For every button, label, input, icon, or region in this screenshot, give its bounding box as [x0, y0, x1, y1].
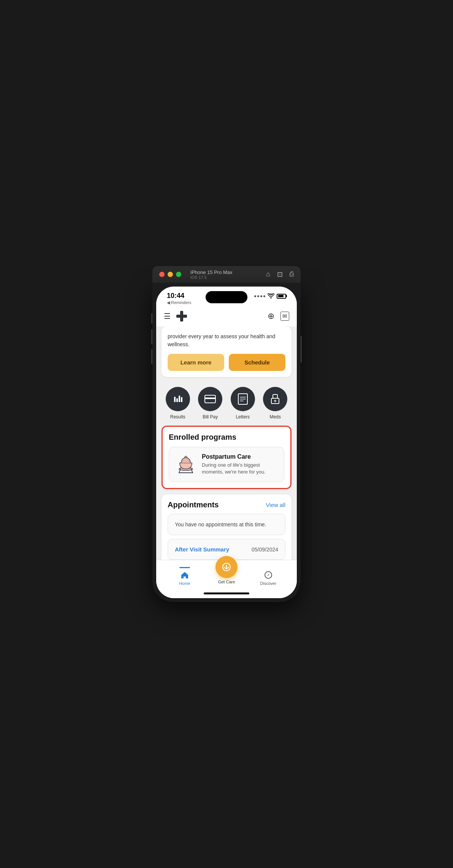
program-info: Postpartum Care During one of life's big… — [202, 453, 278, 475]
letters-action[interactable]: Letters — [231, 387, 255, 420]
get-care-label: Get Care — [218, 580, 235, 584]
svg-rect-8 — [205, 398, 215, 399]
status-bar: 10:44 ◀ Reminders — [156, 287, 297, 307]
letters-label: Letters — [236, 414, 250, 420]
app-nav-bar: ☰ ⊕ ✉ — [156, 307, 297, 326]
mail-icon[interactable]: ✉ — [280, 312, 289, 321]
device-name: iPhone 15 Pro Max — [190, 269, 233, 275]
wellness-card: provider every year to assess your healt… — [162, 326, 291, 377]
signal-dot-4 — [263, 295, 265, 297]
signal-dot-1 — [254, 295, 256, 297]
status-left: 10:44 ◀ Reminders — [167, 292, 191, 305]
signal-indicator — [254, 295, 265, 297]
tab-bar: Home Get Care — [156, 560, 297, 591]
discover-icon — [264, 570, 273, 580]
meds-label: Meds — [270, 414, 281, 420]
appointments-title: Appointments — [168, 501, 219, 509]
device-info: iPhone 15 Pro Max iOS 17.5 — [190, 269, 233, 280]
power-button[interactable] — [301, 336, 302, 363]
nav-left: ☰ — [164, 309, 189, 323]
view-all-link[interactable]: View all — [266, 502, 285, 508]
phone-screen: 10:44 ◀ Reminders — [156, 287, 297, 598]
svg-rect-3 — [174, 397, 176, 402]
home-indicator-bar — [156, 591, 297, 598]
screenshot-icon[interactable]: ⊡ — [277, 270, 283, 279]
program-description: During one of life's biggest moments, we… — [202, 462, 278, 475]
home-tab-indicator — [179, 567, 190, 568]
get-care-circle — [215, 556, 238, 578]
postpartum-care-card[interactable]: Postpartum Care During one of life's big… — [169, 447, 284, 482]
close-button[interactable] — [159, 272, 165, 277]
status-right — [254, 293, 286, 299]
signal-dot-2 — [257, 295, 259, 297]
meds-circle — [263, 387, 287, 411]
mac-controls: ⌂ ⊡ ⎙ — [266, 270, 294, 279]
volume-up-button[interactable] — [151, 329, 152, 344]
svg-rect-13 — [273, 394, 277, 398]
maximize-button[interactable] — [176, 272, 181, 277]
dynamic-island — [206, 291, 247, 303]
empty-appointments-card: You have no appointments at this time. — [168, 514, 285, 535]
wellness-description: provider every year to assess your healt… — [168, 333, 285, 348]
battery-icon — [277, 294, 286, 299]
meds-icon — [270, 394, 280, 404]
letters-circle — [231, 387, 255, 411]
bill-pay-circle — [198, 387, 222, 411]
menu-icon[interactable]: ☰ — [164, 312, 171, 321]
get-care-icon — [221, 562, 232, 572]
signal-dot-3 — [260, 295, 262, 297]
meds-action[interactable]: Meds — [263, 387, 287, 420]
phone-device: 10:44 ◀ Reminders — [152, 283, 301, 602]
after-visit-title: After Visit Summary — [175, 546, 229, 553]
after-visit-date: 05/09/2024 — [252, 546, 278, 553]
enrolled-programs-section: Enrolled programs — [162, 426, 291, 489]
bill-pay-action[interactable]: Bill Pay — [198, 387, 222, 420]
empty-appointments-text: You have no appointments at this time. — [175, 521, 266, 527]
discover-tab-label: Discover — [260, 581, 277, 586]
bill-pay-label: Bill Pay — [203, 414, 218, 420]
svg-rect-4 — [176, 398, 178, 402]
schedule-button[interactable]: Schedule — [229, 354, 285, 371]
home-icon[interactable]: ⌂ — [266, 270, 270, 279]
quick-actions: Results Bill Pay — [156, 382, 297, 426]
appointments-header: Appointments View all — [168, 501, 285, 509]
minimize-button[interactable] — [168, 272, 173, 277]
app-logo[interactable] — [174, 309, 189, 323]
home-icon — [180, 570, 189, 580]
postpartum-icon — [175, 454, 196, 475]
letters-icon — [238, 393, 248, 405]
svg-rect-2 — [176, 315, 187, 318]
back-button[interactable]: ◀ Reminders — [167, 300, 191, 305]
home-tab-label: Home — [179, 581, 190, 586]
get-care-tab[interactable]: Get Care — [206, 556, 247, 584]
silent-button[interactable] — [151, 313, 152, 324]
home-tab[interactable]: Home — [164, 567, 206, 591]
volume-down-button[interactable] — [151, 349, 152, 364]
results-circle — [166, 387, 190, 411]
bill-pay-icon — [204, 395, 216, 403]
wellness-buttons: Learn more Schedule — [168, 354, 285, 371]
results-icon — [173, 394, 183, 404]
svg-point-0 — [271, 298, 272, 299]
share-icon[interactable]: ⎙ — [290, 270, 294, 279]
program-name: Postpartum Care — [202, 453, 278, 460]
svg-rect-6 — [181, 397, 182, 402]
results-action[interactable]: Results — [166, 387, 190, 420]
appointments-section: Appointments View all You have no appoin… — [162, 494, 291, 560]
status-time: 10:44 — [167, 292, 191, 300]
nav-right: ⊕ ✉ — [268, 311, 289, 321]
results-label: Results — [170, 414, 185, 420]
mac-title-bar: iPhone 15 Pro Max iOS 17.5 ⌂ ⊡ ⎙ — [152, 266, 301, 283]
add-person-icon[interactable]: ⊕ — [268, 311, 274, 321]
home-indicator — [204, 592, 249, 594]
svg-rect-5 — [179, 396, 180, 402]
ios-version: iOS 17.5 — [190, 275, 233, 280]
wifi-icon — [268, 293, 274, 299]
svg-marker-24 — [267, 573, 270, 577]
main-content[interactable]: provider every year to assess your healt… — [156, 326, 297, 560]
learn-more-button[interactable]: Learn more — [168, 354, 224, 371]
enrolled-programs-title: Enrolled programs — [169, 433, 284, 442]
discover-tab[interactable]: Discover — [247, 570, 289, 591]
